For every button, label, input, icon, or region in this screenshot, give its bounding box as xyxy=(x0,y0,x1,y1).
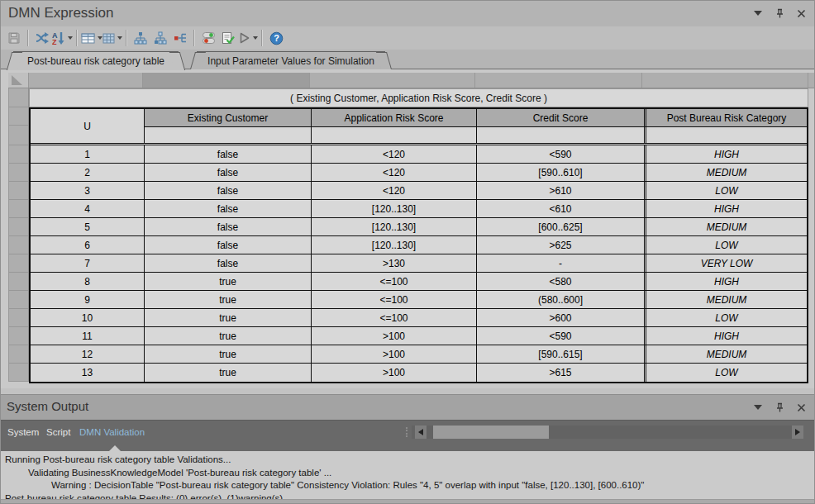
post-bureau-risk-category-cell[interactable]: MEDIUM xyxy=(644,291,807,308)
post-bureau-risk-category-cell[interactable]: HIGH xyxy=(644,200,807,217)
row-selector[interactable] xyxy=(9,182,28,200)
hit-policy-cell[interactable]: U xyxy=(31,109,145,143)
row-selector[interactable] xyxy=(9,273,28,291)
existing-customer-cell[interactable]: false xyxy=(145,200,312,217)
run-button[interactable] xyxy=(238,29,258,47)
post-bureau-risk-category-cell[interactable]: HIGH xyxy=(644,273,807,290)
pin-icon[interactable] xyxy=(774,7,785,19)
header-existing-customer[interactable]: Existing Customer xyxy=(145,109,312,126)
remove-node-button[interactable] xyxy=(170,29,190,47)
column-header-post-bureau[interactable] xyxy=(642,73,808,88)
existing-customer-cell[interactable]: true xyxy=(145,309,312,326)
existing-customer-cell[interactable]: true xyxy=(145,273,312,290)
add-sibling-node-button[interactable] xyxy=(150,29,170,47)
tab-script[interactable]: Script xyxy=(46,427,70,437)
credit-score-cell[interactable]: >600 xyxy=(477,309,644,326)
row-selector[interactable] xyxy=(9,236,28,254)
row-selector[interactable] xyxy=(9,254,28,273)
row-selector[interactable] xyxy=(9,126,28,145)
rule-number-cell[interactable]: 5 xyxy=(31,218,145,235)
row-selector[interactable] xyxy=(9,107,28,126)
allowed-values-cell[interactable] xyxy=(145,127,312,143)
grid-layout-button[interactable] xyxy=(102,29,122,47)
post-bureau-risk-category-cell[interactable]: MEDIUM xyxy=(644,345,807,363)
credit-score-cell[interactable]: [600..625] xyxy=(477,218,644,235)
validate-button[interactable] xyxy=(218,29,238,47)
add-child-node-button[interactable] xyxy=(131,29,150,47)
existing-customer-cell[interactable]: false xyxy=(145,254,312,272)
post-bureau-risk-category-cell[interactable]: MEDIUM xyxy=(644,218,807,235)
post-bureau-risk-category-cell[interactable]: MEDIUM xyxy=(644,164,807,181)
column-header-u[interactable] xyxy=(29,73,143,88)
row-selector[interactable] xyxy=(9,164,28,182)
credit-score-cell[interactable]: (580..600] xyxy=(477,291,644,308)
credit-score-cell[interactable]: >615 xyxy=(477,364,644,382)
row-selector[interactable] xyxy=(9,88,28,107)
application-risk-score-cell[interactable]: >130 xyxy=(312,254,477,272)
save-button[interactable] xyxy=(4,29,24,47)
io-signature-row[interactable]: ( Existing Customer, Application Risk Sc… xyxy=(29,88,808,107)
existing-customer-cell[interactable]: false xyxy=(145,164,312,181)
help-button[interactable]: ? xyxy=(266,29,286,47)
scrollbar-grip[interactable] xyxy=(406,427,410,437)
row-selector[interactable] xyxy=(9,327,28,345)
panel-splitter[interactable] xyxy=(0,388,815,395)
column-header-existing-customer[interactable] xyxy=(143,73,310,88)
existing-customer-cell[interactable]: true xyxy=(145,364,312,382)
row-selector[interactable] xyxy=(9,345,28,364)
column-header-application-risk-score[interactable] xyxy=(310,73,475,88)
credit-score-cell[interactable]: <610 xyxy=(477,200,644,217)
application-risk-score-cell[interactable]: >100 xyxy=(312,327,477,345)
credit-score-cell[interactable]: [590..610] xyxy=(477,164,644,181)
rule-number-cell[interactable]: 13 xyxy=(31,364,145,382)
credit-score-cell[interactable]: - xyxy=(477,254,644,272)
rule-number-cell[interactable]: 3 xyxy=(31,182,145,199)
grid-select-all-corner[interactable] xyxy=(8,73,29,88)
scroll-left-button[interactable] xyxy=(415,426,427,439)
tab-post-bureau-risk-category-table[interactable]: Post-bureau risk category table xyxy=(13,51,179,70)
scroll-right-button[interactable] xyxy=(792,426,803,439)
header-credit-score[interactable]: Credit Score xyxy=(477,109,644,126)
rule-number-cell[interactable]: 9 xyxy=(31,291,145,308)
credit-score-cell[interactable]: <580 xyxy=(477,273,644,290)
row-selector[interactable] xyxy=(9,291,28,309)
row-selector[interactable] xyxy=(9,145,28,164)
application-risk-score-cell[interactable]: [120..130] xyxy=(312,218,477,235)
application-risk-score-cell[interactable]: <=100 xyxy=(312,273,477,290)
allowed-values-cell[interactable] xyxy=(312,127,477,143)
application-risk-score-cell[interactable]: >100 xyxy=(312,364,477,382)
rule-number-cell[interactable]: 7 xyxy=(31,254,145,272)
existing-customer-cell[interactable]: false xyxy=(145,236,312,254)
existing-customer-cell[interactable]: true xyxy=(145,327,312,345)
credit-score-cell[interactable]: >625 xyxy=(477,236,644,254)
existing-customer-cell[interactable]: false xyxy=(145,218,312,235)
rule-number-cell[interactable]: 11 xyxy=(31,327,145,345)
credit-score-cell[interactable]: >610 xyxy=(477,182,644,199)
rule-number-cell[interactable]: 6 xyxy=(31,236,145,254)
existing-customer-cell[interactable]: false xyxy=(145,145,312,163)
table-layout-button[interactable] xyxy=(81,29,102,47)
allowed-values-cell[interactable] xyxy=(477,127,644,143)
existing-customer-cell[interactable]: false xyxy=(145,182,312,199)
post-bureau-risk-category-cell[interactable]: HIGH xyxy=(644,327,807,345)
rule-number-cell[interactable]: 8 xyxy=(31,273,145,290)
close-icon[interactable] xyxy=(795,402,807,413)
rule-number-cell[interactable]: 12 xyxy=(31,345,145,363)
post-bureau-risk-category-cell[interactable]: LOW xyxy=(644,309,807,326)
existing-customer-cell[interactable]: true xyxy=(145,291,312,308)
credit-score-cell[interactable]: <590 xyxy=(477,327,644,345)
chevron-down-icon[interactable] xyxy=(752,7,764,19)
io-mapping-button[interactable] xyxy=(198,29,218,47)
application-risk-score-cell[interactable]: [120..130] xyxy=(312,236,477,254)
rule-number-cell[interactable]: 1 xyxy=(31,145,145,163)
close-icon[interactable] xyxy=(795,7,807,19)
application-risk-score-cell[interactable]: [120..130] xyxy=(312,200,477,217)
application-risk-score-cell[interactable]: <=100 xyxy=(312,291,477,308)
rule-number-cell[interactable]: 4 xyxy=(31,200,145,217)
credit-score-cell[interactable]: [590..615] xyxy=(477,345,644,363)
header-application-risk-score[interactable]: Application Risk Score xyxy=(312,109,477,126)
post-bureau-risk-category-cell[interactable]: LOW xyxy=(644,182,807,199)
tab-input-parameter-values[interactable]: Input Parameter Values for Simulation xyxy=(197,51,385,69)
tab-system[interactable]: System xyxy=(7,427,39,437)
application-risk-score-cell[interactable]: <120 xyxy=(312,145,477,163)
